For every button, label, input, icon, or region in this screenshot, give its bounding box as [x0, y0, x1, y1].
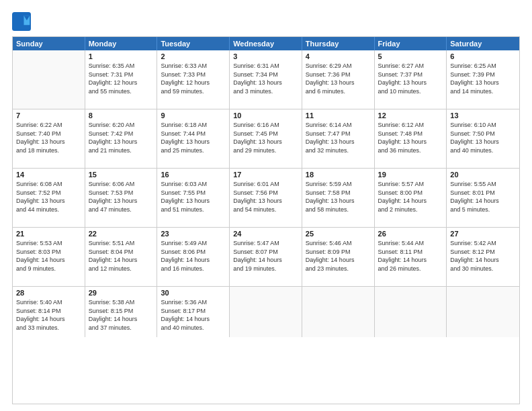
- calendar-cell: 15Sunrise: 6:06 AMSunset: 7:53 PMDayligh…: [85, 169, 158, 227]
- calendar-cell: 21Sunrise: 5:53 AMSunset: 8:03 PMDayligh…: [13, 228, 85, 286]
- cell-line: and 6 minutes.: [306, 87, 371, 96]
- cell-line: Daylight: 14 hours: [306, 256, 371, 265]
- calendar-cell: [302, 287, 375, 337]
- cell-line: Sunset: 8:00 PM: [378, 189, 443, 197]
- cell-line: Sunset: 8:06 PM: [161, 248, 226, 257]
- calendar-cell: 11Sunrise: 6:14 AMSunset: 7:47 PMDayligh…: [302, 109, 375, 168]
- calendar: SundayMondayTuesdayWednesdayThursdayFrid…: [12, 36, 520, 404]
- cell-line: Daylight: 14 hours: [89, 315, 154, 324]
- cell-line: Sunset: 7:31 PM: [89, 71, 154, 79]
- cell-line: Daylight: 13 hours: [378, 79, 443, 87]
- cell-line: and 25 minutes.: [161, 146, 226, 155]
- header-day: Sunday: [13, 37, 85, 50]
- calendar-week: 28Sunrise: 5:40 AMSunset: 8:14 PMDayligh…: [13, 287, 519, 337]
- cell-line: Daylight: 13 hours: [450, 138, 516, 146]
- day-number: 13: [450, 111, 516, 120]
- cell-line: and 44 minutes.: [16, 205, 81, 214]
- cell-line: and 54 minutes.: [233, 205, 298, 214]
- cell-line: Sunrise: 5:53 AM: [16, 239, 81, 248]
- cell-line: Sunset: 7:50 PM: [450, 130, 516, 138]
- cell-line: Sunrise: 5:59 AM: [306, 180, 371, 189]
- cell-line: Sunset: 7:47 PM: [306, 130, 371, 138]
- calendar-week: 21Sunrise: 5:53 AMSunset: 8:03 PMDayligh…: [13, 228, 519, 287]
- cell-line: Sunrise: 6:29 AM: [306, 62, 371, 71]
- header-day: Saturday: [447, 37, 519, 50]
- day-number: 22: [89, 230, 154, 238]
- day-number: 16: [161, 171, 226, 179]
- cell-line: and 12 minutes.: [89, 265, 154, 273]
- cell-line: Sunset: 8:12 PM: [450, 248, 516, 257]
- cell-line: and 36 minutes.: [378, 146, 443, 155]
- cell-line: Daylight: 13 hours: [450, 79, 516, 87]
- cell-line: Sunrise: 6:35 AM: [89, 62, 154, 71]
- cell-line: Daylight: 12 hours: [89, 79, 154, 87]
- cell-line: and 40 minutes.: [161, 324, 226, 332]
- day-number: 21: [16, 230, 81, 238]
- cell-line: Sunrise: 5:47 AM: [233, 239, 298, 248]
- cell-line: Sunrise: 5:36 AM: [161, 298, 226, 307]
- cell-line: Sunrise: 5:42 AM: [450, 239, 516, 248]
- cell-line: and 21 minutes.: [89, 146, 154, 155]
- cell-line: Daylight: 13 hours: [89, 197, 154, 205]
- day-number: 20: [450, 171, 516, 179]
- cell-line: Daylight: 13 hours: [378, 138, 443, 146]
- cell-line: and 3 minutes.: [233, 87, 298, 96]
- cell-line: Daylight: 14 hours: [378, 256, 443, 265]
- cell-line: Sunset: 7:34 PM: [233, 71, 298, 79]
- cell-line: Sunrise: 5:49 AM: [161, 239, 226, 248]
- calendar-cell: [230, 287, 302, 337]
- cell-line: Daylight: 13 hours: [233, 79, 298, 87]
- calendar-week: 1Sunrise: 6:35 AMSunset: 7:31 PMDaylight…: [13, 50, 519, 109]
- cell-line: Sunset: 7:42 PM: [89, 130, 154, 138]
- calendar-cell: 5Sunrise: 6:27 AMSunset: 7:37 PMDaylight…: [375, 50, 447, 109]
- day-number: 28: [16, 289, 81, 297]
- cell-line: Sunrise: 6:06 AM: [89, 180, 154, 189]
- cell-line: and 16 minutes.: [161, 265, 226, 273]
- cell-line: Sunrise: 6:27 AM: [378, 62, 443, 71]
- header-day: Tuesday: [157, 37, 230, 50]
- cell-line: Sunrise: 5:51 AM: [89, 239, 154, 248]
- cell-line: Daylight: 14 hours: [161, 256, 226, 265]
- cell-line: Daylight: 14 hours: [16, 315, 81, 324]
- logo-icon: [12, 12, 31, 31]
- calendar-cell: 3Sunrise: 6:31 AMSunset: 7:34 PMDaylight…: [230, 50, 302, 109]
- calendar-cell: 16Sunrise: 6:03 AMSunset: 7:55 PMDayligh…: [157, 169, 230, 227]
- cell-line: Sunrise: 5:57 AM: [378, 180, 443, 189]
- calendar-cell: 20Sunrise: 5:55 AMSunset: 8:01 PMDayligh…: [447, 169, 519, 227]
- cell-line: and 30 minutes.: [450, 265, 516, 273]
- calendar-cell: [13, 50, 85, 109]
- calendar-cell: 9Sunrise: 6:18 AMSunset: 7:44 PMDaylight…: [157, 109, 230, 168]
- day-number: 26: [378, 230, 443, 238]
- calendar-header: SundayMondayTuesdayWednesdayThursdayFrid…: [13, 37, 519, 50]
- cell-line: Sunrise: 6:20 AM: [89, 121, 154, 130]
- calendar-cell: 18Sunrise: 5:59 AMSunset: 7:58 PMDayligh…: [302, 169, 375, 227]
- cell-line: Sunrise: 5:46 AM: [306, 239, 371, 248]
- day-number: 5: [378, 52, 443, 60]
- cell-line: Sunset: 8:15 PM: [89, 307, 154, 316]
- cell-line: Sunrise: 5:55 AM: [450, 180, 516, 189]
- cell-line: Sunset: 7:52 PM: [16, 189, 81, 197]
- day-number: 27: [450, 230, 516, 238]
- calendar-cell: 2Sunrise: 6:33 AMSunset: 7:33 PMDaylight…: [157, 50, 230, 109]
- cell-line: Daylight: 13 hours: [306, 79, 371, 87]
- cell-line: Daylight: 14 hours: [233, 256, 298, 265]
- day-number: 12: [378, 111, 443, 120]
- cell-line: and 51 minutes.: [161, 205, 226, 214]
- cell-line: and 29 minutes.: [233, 146, 298, 155]
- cell-line: and 23 minutes.: [306, 265, 371, 273]
- calendar-cell: 14Sunrise: 6:08 AMSunset: 7:52 PMDayligh…: [13, 169, 85, 227]
- cell-line: and 40 minutes.: [450, 146, 516, 155]
- cell-line: Sunset: 7:48 PM: [378, 130, 443, 138]
- cell-line: and 9 minutes.: [16, 265, 81, 273]
- calendar-cell: 28Sunrise: 5:40 AMSunset: 8:14 PMDayligh…: [13, 287, 85, 337]
- cell-line: and 18 minutes.: [16, 146, 81, 155]
- day-number: 15: [89, 171, 154, 179]
- calendar-cell: 12Sunrise: 6:12 AMSunset: 7:48 PMDayligh…: [375, 109, 447, 168]
- day-number: 9: [161, 111, 226, 120]
- cell-line: Sunrise: 5:44 AM: [378, 239, 443, 248]
- cell-line: Daylight: 13 hours: [161, 138, 226, 146]
- cell-line: Sunset: 7:58 PM: [306, 189, 371, 197]
- cell-line: Sunrise: 6:31 AM: [233, 62, 298, 71]
- calendar-cell: 26Sunrise: 5:44 AMSunset: 8:11 PMDayligh…: [375, 228, 447, 286]
- calendar-body: 1Sunrise: 6:35 AMSunset: 7:31 PMDaylight…: [13, 50, 519, 337]
